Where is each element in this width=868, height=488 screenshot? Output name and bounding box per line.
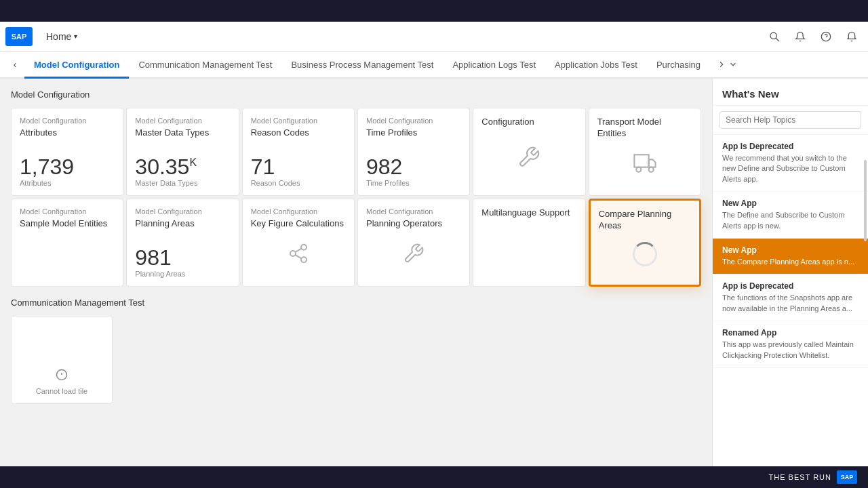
- tile-conf-title: Configuration: [481, 117, 576, 128]
- comm-section-title: Communication Management Test: [11, 298, 701, 308]
- tab-purchasing[interactable]: Purchasing: [647, 53, 710, 79]
- panel-item-title-3: New App: [722, 245, 859, 255]
- panel-search: [713, 106, 868, 135]
- tile-tp-value: 982: [366, 156, 461, 178]
- svg-point-6: [636, 167, 641, 172]
- tile-configuration[interactable]: Configuration: [473, 108, 585, 196]
- home-label: Home: [46, 31, 71, 42]
- panel-item-new-app-2[interactable]: New App The Compare Planning Areas app i…: [713, 239, 868, 274]
- help-icon: [821, 31, 831, 42]
- panel-item-desc-3: The Compare Planning Areas app is n...: [722, 257, 859, 267]
- tile-cp-title: Compare Planning Areas: [599, 209, 691, 232]
- tile-attributes-value: 1,739: [20, 156, 115, 178]
- browser-bar: [0, 0, 868, 22]
- home-dropdown-icon: ▾: [74, 33, 77, 40]
- model-config-grid: Model Configuration Attributes 1,739 Att…: [11, 108, 701, 287]
- search-icon-btn[interactable]: [764, 26, 785, 47]
- truck-icon: [633, 152, 656, 175]
- svg-point-0: [770, 33, 776, 39]
- tile-planning-operators[interactable]: Model Configuration Planning Operators: [357, 199, 470, 287]
- panel-item-renamed[interactable]: Renamed App This app was previously call…: [713, 321, 868, 368]
- comm-grid: Cannot load tile: [11, 316, 701, 404]
- panel-item-title-5: Renamed App: [722, 328, 859, 338]
- tile-kf-subtitle: Model Configuration: [251, 207, 346, 216]
- tile-key-figure[interactable]: Model Configuration Key Figure Calculati…: [242, 199, 355, 287]
- home-button[interactable]: Home ▾: [39, 28, 84, 45]
- panel-item-desc-2: The Define and Subscribe to Custom Alert…: [722, 210, 859, 231]
- tile-attributes-label: Attributes: [20, 179, 115, 187]
- alert-icon: [846, 31, 857, 42]
- tab-communication-management[interactable]: Communication Management Test: [129, 53, 281, 79]
- tile-master-data-types[interactable]: Model Configuration Master Data Types 30…: [126, 108, 239, 196]
- svg-line-1: [776, 38, 779, 41]
- tile-attributes[interactable]: Model Configuration Attributes 1,739 Att…: [11, 108, 123, 196]
- tab-prev-button[interactable]: ‹: [5, 52, 24, 77]
- main-layout: Model Configuration Model Configuration …: [0, 79, 868, 488]
- search-icon: [769, 31, 780, 42]
- tab-more-button[interactable]: [710, 52, 745, 77]
- help-icon-btn[interactable]: [815, 26, 837, 47]
- svg-line-12: [295, 249, 301, 252]
- comm-section: Communication Management Test Cannot loa…: [11, 298, 701, 404]
- panel-item-title-1: App Is Deprecated: [722, 142, 859, 151]
- tile-sm-title: Sample Model Entities: [20, 218, 115, 230]
- tile-transport-model[interactable]: Transport Model Entities: [589, 108, 701, 196]
- panel-header: What's New: [713, 79, 868, 106]
- tile-po-subtitle: Model Configuration: [366, 207, 461, 216]
- bottom-text: THE BEST RUN: [769, 473, 831, 481]
- tile-sm-subtitle: Model Configuration: [20, 207, 115, 216]
- tile-planning-areas[interactable]: Model Configuration Planning Areas 981 P…: [126, 199, 239, 287]
- tile-tp-subtitle: Model Configuration: [366, 117, 461, 125]
- tile-rc-value: 71: [251, 156, 346, 178]
- panel-item-title-4: App is Deprecated: [722, 281, 859, 291]
- tile-po-icon-area: [366, 230, 461, 278]
- tile-pa-subtitle: Model Configuration: [135, 207, 230, 216]
- tile-ml-title: Multilanguage Support: [481, 207, 576, 219]
- tile-attributes-subtitle: Model Configuration: [20, 117, 115, 125]
- tile-cp-loading: [599, 232, 691, 277]
- tile-tp-title: Time Profiles: [366, 127, 461, 139]
- panel-item-title-2: New App: [722, 199, 859, 208]
- tile-reason-codes[interactable]: Model Configuration Reason Codes 71 Reas…: [242, 108, 355, 196]
- svg-marker-5: [648, 159, 655, 167]
- tile-time-profiles[interactable]: Model Configuration Time Profiles 982 Ti…: [357, 108, 470, 196]
- svg-point-8: [301, 245, 307, 250]
- tile-pa-label: Planning Areas: [135, 270, 230, 278]
- notification-icon: [795, 31, 806, 42]
- network-icon: [288, 243, 309, 264]
- panel-item-deprecated-2[interactable]: App is Deprecated The functions of the S…: [713, 274, 868, 321]
- tab-bar: ‹ Model Configuration Communication Mana…: [0, 52, 868, 79]
- tile-conf-icon-area: [481, 128, 576, 187]
- loading-spinner: [633, 242, 657, 266]
- shell-header: SAP Home ▾: [0, 22, 868, 52]
- tile-tm-title: Transport Model Entities: [597, 117, 692, 140]
- panel-scrollbar: [864, 160, 867, 241]
- tile-kf-title: Key Figure Calculations: [251, 218, 346, 230]
- notification-icon-btn[interactable]: [789, 26, 811, 47]
- tile-tp-label: Time Profiles: [366, 179, 461, 187]
- tile-po-title: Planning Operators: [366, 218, 461, 230]
- cannot-load-text: Cannot load tile: [36, 387, 87, 395]
- tile-multilanguage[interactable]: Multilanguage Support: [473, 199, 585, 287]
- tab-business-process[interactable]: Business Process Management Test: [281, 53, 443, 79]
- tile-cannot-load[interactable]: Cannot load tile: [11, 316, 113, 404]
- tab-application-jobs[interactable]: Application Jobs Test: [545, 53, 647, 79]
- bottom-sap-logo: SAP: [837, 470, 857, 484]
- tab-model-configuration[interactable]: Model Configuration: [24, 53, 129, 79]
- tile-sample-model[interactable]: Model Configuration Sample Model Entitie…: [11, 199, 123, 287]
- search-input[interactable]: [719, 111, 861, 129]
- panel-item-desc-5: This app was previously called Maintain …: [722, 340, 859, 361]
- alert-icon-btn[interactable]: [841, 26, 863, 47]
- model-config-title: Model Configuration: [11, 89, 701, 100]
- tab-application-logs[interactable]: Application Logs Test: [443, 53, 545, 79]
- svg-point-7: [648, 167, 653, 172]
- panel-item-desc-1: We recommend that you switch to the new …: [722, 153, 859, 184]
- tile-mdt-subtitle: Model Configuration: [135, 117, 230, 125]
- svg-line-11: [295, 255, 301, 258]
- wrench-icon: [517, 146, 540, 169]
- tile-compare-planning[interactable]: Compare Planning Areas: [589, 199, 701, 287]
- panel-item-desc-4: The functions of the Snapshots app are n…: [722, 293, 859, 314]
- panel-item-app-deprecated-1[interactable]: App Is Deprecated We recommend that you …: [713, 135, 868, 192]
- panel-item-new-app-1[interactable]: New App The Define and Subscribe to Cust…: [713, 192, 868, 239]
- model-config-section: Model Configuration Model Configuration …: [11, 89, 701, 287]
